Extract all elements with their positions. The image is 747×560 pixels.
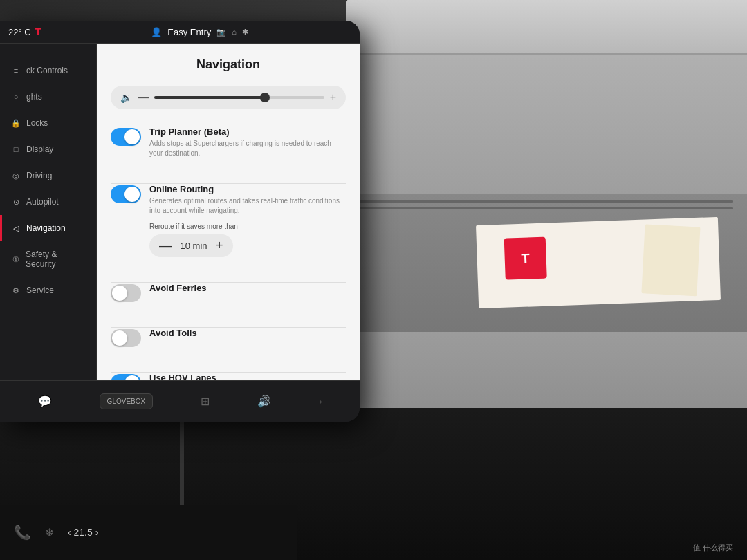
avoid-tolls-name: Avoid Tolls [149, 328, 346, 338]
sidebar: ≡ ck Controls ○ ghts 🔒 Locks □ Display ◎… [0, 44, 97, 380]
sidebar-label-autopilot: Autopilot [26, 197, 59, 207]
reroute-plus-button[interactable]: + [216, 239, 223, 253]
online-routing-info: Online Routing Generates optimal routes … [149, 184, 346, 257]
hov-lanes-name: Use HOV Lanes [149, 373, 346, 380]
avoid-tolls-toggle[interactable] [111, 329, 141, 347]
volume-minus-button[interactable]: — [138, 91, 149, 104]
avoid-ferries-name: Avoid Ferries [149, 283, 346, 293]
quick-controls-icon: ≡ [11, 66, 21, 75]
trip-planner-desc: Adds stops at Superchargers if charging … [149, 139, 346, 158]
sidebar-label-locks: Locks [26, 118, 48, 128]
screen-content: ≡ ck Controls ○ ghts 🔒 Locks □ Display ◎… [0, 44, 360, 380]
avoid-tolls-info: Avoid Tolls [149, 328, 346, 340]
sidebar-item-safety[interactable]: ① Safety & Security [0, 241, 96, 277]
volume-plus-button[interactable]: + [330, 91, 336, 104]
settings-panel: Navigation 🔉 — + Trip Planner (Beta) Add… [97, 44, 360, 380]
speaker-icon[interactable]: 🔊 [257, 395, 271, 408]
service-icon: ⚙ [11, 286, 21, 295]
online-routing-name: Online Routing [149, 184, 346, 194]
hov-lanes-info: Use HOV Lanes [149, 373, 346, 380]
display-icon: □ [11, 145, 21, 153]
camera-icon: 📷 [216, 28, 226, 37]
sidebar-item-autopilot[interactable]: ⊙ Autopilot [0, 189, 96, 215]
setting-row-hov-lanes: Use HOV Lanes [111, 372, 346, 380]
glovebox-button[interactable]: GLOVEBOX [100, 393, 154, 409]
trip-planner-name: Trip Planner (Beta) [149, 127, 346, 137]
easy-entry-label: Easy Entry [167, 27, 211, 37]
tesla-screen: 22° C T 👤 Easy Entry 📷 ⌂ ✱ ≡ ck Controls… [0, 21, 360, 422]
autopilot-icon: ⊙ [11, 198, 21, 207]
sidebar-item-locks[interactable]: 🔒 Locks [0, 110, 96, 136]
sidebar-label-display: Display [26, 144, 53, 154]
temperature-display: 22° C [8, 27, 31, 37]
printer-paper: T [476, 217, 721, 308]
sidebar-item-driving[interactable]: ◎ Driving [0, 162, 96, 189]
status-center: 👤 Easy Entry 📷 ⌂ ✱ [48, 27, 351, 37]
lights-icon: ○ [11, 93, 21, 101]
person-icon: 👤 [151, 27, 162, 37]
avoid-ferries-info: Avoid Ferries [149, 283, 346, 295]
setting-row-avoid-tolls: Avoid Tolls [111, 327, 346, 360]
home-icon: ⌂ [232, 28, 237, 36]
sidebar-item-display[interactable]: □ Display [0, 136, 96, 162]
navigation-icon: ◁ [11, 224, 21, 233]
site-label: 值 什么得买 [693, 543, 733, 552]
volume-slider-fill [154, 96, 265, 99]
bottom-climate-bar: 📞 ❄ ‹ 21.5 › [0, 505, 297, 560]
tesla-logo: T [35, 26, 42, 37]
locks-icon: 🔒 [11, 119, 21, 128]
reroute-value: 10 min [180, 241, 208, 251]
chevron-right-icon: › [319, 397, 322, 407]
volume-slider-thumb[interactable] [260, 93, 270, 102]
setting-row-online-routing: Online Routing Generates optimal routes … [111, 183, 346, 270]
sidebar-label-lights: ghts [26, 92, 42, 102]
bluetooth-icon: ✱ [242, 28, 248, 37]
trip-planner-toggle[interactable] [111, 128, 141, 146]
sidebar-item-lights[interactable]: ○ ghts [0, 84, 96, 110]
volume-slider[interactable] [154, 96, 324, 99]
sidebar-item-service[interactable]: ⚙ Service [0, 277, 96, 304]
sidebar-label-service: Service [26, 286, 54, 295]
chat-icon[interactable]: 💬 [38, 395, 52, 408]
sidebar-label-navigation: Navigation [26, 223, 66, 233]
setting-row-avoid-ferries: Avoid Ferries [111, 282, 346, 315]
trip-planner-info: Trip Planner (Beta) Adds stops at Superc… [149, 127, 346, 158]
sidebar-label-driving: Driving [26, 171, 52, 180]
sidebar-label-quick-controls: ck Controls [26, 66, 68, 75]
phone-icon: 📞 [14, 524, 31, 541]
setting-row-trip-planner: Trip Planner (Beta) Adds stops at Superc… [111, 127, 346, 171]
safety-icon: ① [11, 255, 20, 264]
reroute-stepper[interactable]: — 10 min + [149, 234, 233, 257]
online-routing-desc: Generates optimal routes and takes real-… [149, 196, 346, 216]
sidebar-label-safety: Safety & Security [26, 250, 85, 269]
volume-icon: 🔉 [120, 92, 132, 103]
sidebar-item-quick-controls[interactable]: ≡ ck Controls [0, 57, 96, 84]
status-bar: 22° C T 👤 Easy Entry 📷 ⌂ ✱ [0, 21, 360, 44]
sidebar-item-navigation[interactable]: ◁ Navigation [0, 215, 96, 241]
avoid-ferries-toggle[interactable] [111, 284, 141, 302]
site-watermark: 值 什么得买 [693, 543, 733, 553]
grid-icon[interactable]: ⊞ [201, 395, 210, 408]
temperature-control[interactable]: ‹ 21.5 › [68, 527, 98, 538]
hov-lanes-toggle[interactable] [111, 374, 141, 380]
driving-icon: ◎ [11, 171, 21, 180]
volume-control[interactable]: 🔉 — + [111, 86, 346, 109]
fan-icon: ❄ [45, 526, 54, 539]
reroute-minus-button[interactable]: — [159, 239, 172, 253]
reroute-label: Reroute if it saves more than [149, 223, 346, 230]
online-routing-toggle[interactable] [111, 185, 141, 203]
bottom-bar: 💬 GLOVEBOX ⊞ 🔊 › [0, 380, 360, 422]
reroute-section: Reroute if it saves more than — 10 min + [149, 223, 346, 257]
settings-title: Navigation [111, 57, 346, 72]
